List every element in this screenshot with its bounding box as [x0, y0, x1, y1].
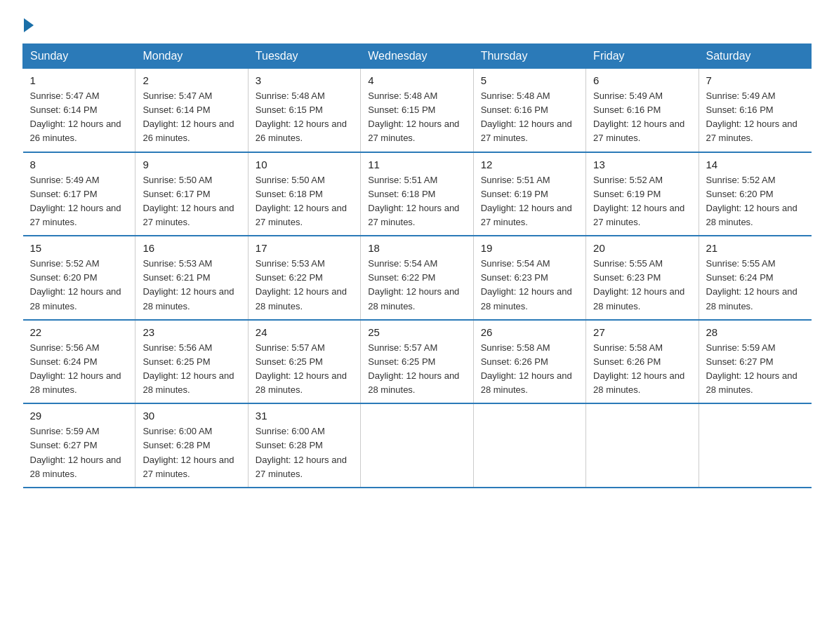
- col-header-sunday: Sunday: [23, 44, 135, 69]
- day-info: Sunrise: 5:55 AM Sunset: 6:24 PM Dayligh…: [706, 257, 805, 314]
- calendar-cell: 24Sunrise: 5:57 AM Sunset: 6:25 PM Dayli…: [248, 320, 360, 404]
- day-number: 28: [706, 326, 805, 338]
- day-info: Sunrise: 5:48 AM Sunset: 6:16 PM Dayligh…: [481, 89, 578, 146]
- calendar-header: SundayMondayTuesdayWednesdayThursdayFrid…: [23, 44, 812, 69]
- calendar-cell: 2Sunrise: 5:47 AM Sunset: 6:14 PM Daylig…: [135, 69, 248, 152]
- calendar-cell: 5Sunrise: 5:48 AM Sunset: 6:16 PM Daylig…: [473, 69, 585, 152]
- day-info: Sunrise: 5:59 AM Sunset: 6:27 PM Dayligh…: [706, 341, 805, 398]
- day-number: 2: [143, 74, 240, 86]
- day-number: 15: [30, 242, 128, 254]
- day-info: Sunrise: 5:51 AM Sunset: 6:18 PM Dayligh…: [368, 173, 465, 230]
- day-number: 6: [593, 74, 691, 86]
- day-info: Sunrise: 5:53 AM Sunset: 6:21 PM Dayligh…: [143, 257, 240, 314]
- col-header-monday: Monday: [135, 44, 248, 69]
- calendar-cell: 30Sunrise: 6:00 AM Sunset: 6:28 PM Dayli…: [135, 403, 248, 488]
- day-number: 7: [706, 74, 805, 86]
- day-info: Sunrise: 5:52 AM Sunset: 6:20 PM Dayligh…: [706, 173, 805, 230]
- day-info: Sunrise: 5:57 AM Sunset: 6:25 PM Dayligh…: [256, 341, 353, 398]
- calendar-cell: [586, 403, 699, 488]
- day-number: 13: [593, 159, 691, 170]
- col-header-wednesday: Wednesday: [361, 44, 473, 69]
- day-info: Sunrise: 5:47 AM Sunset: 6:14 PM Dayligh…: [143, 89, 240, 146]
- day-info: Sunrise: 5:59 AM Sunset: 6:27 PM Dayligh…: [30, 424, 128, 481]
- day-number: 26: [481, 326, 578, 338]
- day-number: 31: [256, 410, 353, 422]
- day-number: 23: [143, 326, 240, 338]
- day-number: 19: [481, 242, 578, 254]
- calendar-cell: [473, 403, 585, 488]
- calendar-cell: 21Sunrise: 5:55 AM Sunset: 6:24 PM Dayli…: [699, 236, 811, 320]
- day-info: Sunrise: 5:56 AM Sunset: 6:25 PM Dayligh…: [143, 341, 240, 398]
- day-info: Sunrise: 5:52 AM Sunset: 6:20 PM Dayligh…: [30, 257, 128, 314]
- day-info: Sunrise: 5:54 AM Sunset: 6:22 PM Dayligh…: [368, 257, 465, 314]
- calendar-table: SundayMondayTuesdayWednesdayThursdayFrid…: [22, 43, 812, 488]
- calendar-week-4: 22Sunrise: 5:56 AM Sunset: 6:24 PM Dayli…: [23, 320, 812, 404]
- calendar-cell: 15Sunrise: 5:52 AM Sunset: 6:20 PM Dayli…: [23, 236, 135, 320]
- page-header: [22, 17, 812, 29]
- day-info: Sunrise: 5:57 AM Sunset: 6:25 PM Dayligh…: [368, 341, 465, 398]
- day-info: Sunrise: 5:48 AM Sunset: 6:15 PM Dayligh…: [368, 89, 465, 146]
- col-header-saturday: Saturday: [699, 44, 811, 69]
- day-info: Sunrise: 5:58 AM Sunset: 6:26 PM Dayligh…: [481, 341, 578, 398]
- calendar-cell: 13Sunrise: 5:52 AM Sunset: 6:19 PM Dayli…: [586, 152, 699, 236]
- calendar-cell: 28Sunrise: 5:59 AM Sunset: 6:27 PM Dayli…: [699, 320, 811, 404]
- calendar-cell: 12Sunrise: 5:51 AM Sunset: 6:19 PM Dayli…: [473, 152, 585, 236]
- calendar-cell: 14Sunrise: 5:52 AM Sunset: 6:20 PM Dayli…: [699, 152, 811, 236]
- day-number: 8: [30, 159, 128, 170]
- calendar-week-5: 29Sunrise: 5:59 AM Sunset: 6:27 PM Dayli…: [23, 403, 812, 488]
- day-number: 21: [706, 242, 805, 254]
- day-number: 20: [593, 242, 691, 254]
- calendar-cell: 17Sunrise: 5:53 AM Sunset: 6:22 PM Dayli…: [248, 236, 360, 320]
- col-header-friday: Friday: [586, 44, 699, 69]
- day-info: Sunrise: 5:55 AM Sunset: 6:23 PM Dayligh…: [593, 257, 691, 314]
- day-number: 5: [481, 74, 578, 86]
- calendar-week-2: 8Sunrise: 5:49 AM Sunset: 6:17 PM Daylig…: [23, 152, 812, 236]
- calendar-week-3: 15Sunrise: 5:52 AM Sunset: 6:20 PM Dayli…: [23, 236, 812, 320]
- day-info: Sunrise: 5:58 AM Sunset: 6:26 PM Dayligh…: [593, 341, 691, 398]
- day-number: 1: [30, 74, 128, 86]
- day-number: 30: [143, 410, 240, 422]
- day-info: Sunrise: 5:50 AM Sunset: 6:18 PM Dayligh…: [256, 173, 353, 230]
- day-info: Sunrise: 5:56 AM Sunset: 6:24 PM Dayligh…: [30, 341, 128, 398]
- day-number: 3: [256, 74, 353, 86]
- calendar-cell: 26Sunrise: 5:58 AM Sunset: 6:26 PM Dayli…: [473, 320, 585, 404]
- day-info: Sunrise: 5:47 AM Sunset: 6:14 PM Dayligh…: [30, 89, 128, 146]
- day-info: Sunrise: 5:51 AM Sunset: 6:19 PM Dayligh…: [481, 173, 578, 230]
- day-info: Sunrise: 5:52 AM Sunset: 6:19 PM Dayligh…: [593, 173, 691, 230]
- calendar-cell: [699, 403, 811, 488]
- calendar-cell: 29Sunrise: 5:59 AM Sunset: 6:27 PM Dayli…: [23, 403, 135, 488]
- calendar-cell: 20Sunrise: 5:55 AM Sunset: 6:23 PM Dayli…: [586, 236, 699, 320]
- calendar-cell: 22Sunrise: 5:56 AM Sunset: 6:24 PM Dayli…: [23, 320, 135, 404]
- calendar-cell: 18Sunrise: 5:54 AM Sunset: 6:22 PM Dayli…: [361, 236, 473, 320]
- day-number: 4: [368, 74, 465, 86]
- calendar-cell: 23Sunrise: 5:56 AM Sunset: 6:25 PM Dayli…: [135, 320, 248, 404]
- calendar-cell: 1Sunrise: 5:47 AM Sunset: 6:14 PM Daylig…: [23, 69, 135, 152]
- col-header-thursday: Thursday: [473, 44, 585, 69]
- calendar-cell: 3Sunrise: 5:48 AM Sunset: 6:15 PM Daylig…: [248, 69, 360, 152]
- day-info: Sunrise: 5:54 AM Sunset: 6:23 PM Dayligh…: [481, 257, 578, 314]
- calendar-cell: 16Sunrise: 5:53 AM Sunset: 6:21 PM Dayli…: [135, 236, 248, 320]
- day-number: 9: [143, 159, 240, 170]
- calendar-cell: 6Sunrise: 5:49 AM Sunset: 6:16 PM Daylig…: [586, 69, 699, 152]
- day-info: Sunrise: 5:50 AM Sunset: 6:17 PM Dayligh…: [143, 173, 240, 230]
- day-number: 17: [256, 242, 353, 254]
- day-number: 24: [256, 326, 353, 338]
- calendar-cell: 8Sunrise: 5:49 AM Sunset: 6:17 PM Daylig…: [23, 152, 135, 236]
- day-number: 11: [368, 159, 465, 170]
- day-info: Sunrise: 5:48 AM Sunset: 6:15 PM Dayligh…: [256, 89, 353, 146]
- calendar-cell: 9Sunrise: 5:50 AM Sunset: 6:17 PM Daylig…: [135, 152, 248, 236]
- day-number: 16: [143, 242, 240, 254]
- calendar-cell: 4Sunrise: 5:48 AM Sunset: 6:15 PM Daylig…: [361, 69, 473, 152]
- day-number: 29: [30, 410, 128, 422]
- col-header-tuesday: Tuesday: [248, 44, 360, 69]
- day-number: 27: [593, 326, 691, 338]
- calendar-cell: 10Sunrise: 5:50 AM Sunset: 6:18 PM Dayli…: [248, 152, 360, 236]
- calendar-cell: 27Sunrise: 5:58 AM Sunset: 6:26 PM Dayli…: [586, 320, 699, 404]
- calendar-cell: 7Sunrise: 5:49 AM Sunset: 6:16 PM Daylig…: [699, 69, 811, 152]
- logo: [22, 17, 34, 29]
- day-number: 14: [706, 159, 805, 170]
- day-number: 25: [368, 326, 465, 338]
- calendar-cell: [361, 403, 473, 488]
- calendar-cell: 25Sunrise: 5:57 AM Sunset: 6:25 PM Dayli…: [361, 320, 473, 404]
- day-number: 18: [368, 242, 465, 254]
